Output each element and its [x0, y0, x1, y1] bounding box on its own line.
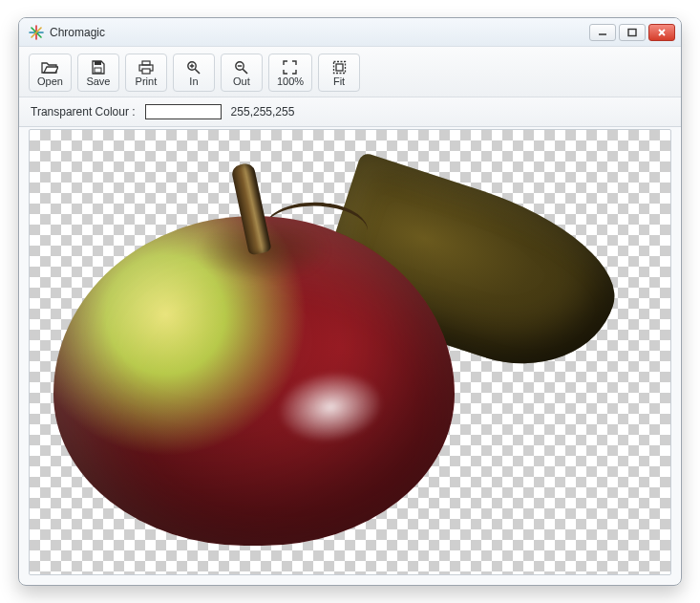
zoom-in-label: In [189, 76, 198, 87]
save-label: Save [86, 76, 110, 87]
svg-rect-12 [142, 69, 150, 74]
fit-label: Fit [333, 76, 345, 87]
zoom-in-icon [186, 59, 201, 75]
svg-rect-8 [95, 61, 101, 65]
fit-icon [332, 59, 347, 75]
svg-rect-21 [336, 64, 343, 71]
zoom-out-label: Out [233, 76, 250, 87]
print-label: Print [136, 76, 158, 87]
toolbar: Open Save Print In [19, 47, 681, 97]
save-icon [91, 59, 105, 75]
save-button[interactable]: Save [77, 54, 119, 92]
open-icon [41, 59, 58, 75]
zoom-out-icon [234, 59, 248, 75]
zoom-100-label: 100% [277, 76, 304, 87]
canvas-image [53, 163, 464, 546]
transparent-color-swatch[interactable] [145, 104, 222, 119]
close-icon [657, 28, 667, 37]
close-button[interactable] [648, 24, 675, 41]
svg-line-14 [196, 69, 201, 74]
svg-line-18 [244, 69, 248, 74]
open-button[interactable]: Open [29, 54, 72, 92]
minimize-button[interactable] [589, 24, 616, 41]
svg-rect-9 [95, 68, 101, 73]
window-controls [589, 24, 675, 41]
zoom-100-button[interactable]: 100% [268, 54, 312, 92]
minimize-icon [598, 28, 607, 37]
zoom-in-button[interactable]: In [173, 54, 215, 92]
print-button[interactable]: Print [125, 54, 167, 92]
transparent-color-value: 255,255,255 [231, 105, 295, 118]
zoom-out-button[interactable]: Out [221, 54, 263, 92]
svg-rect-5 [628, 29, 636, 35]
app-icon [29, 25, 44, 40]
svg-rect-20 [333, 61, 345, 73]
options-bar: Transparent Colour : 255,255,255 [19, 97, 681, 127]
print-icon [138, 59, 154, 75]
window-title: Chromagic [50, 26, 105, 39]
maximize-button[interactable] [619, 24, 646, 41]
titlebar: Chromagic [19, 18, 681, 47]
app-window: Chromagic Open [18, 17, 682, 586]
expand-icon [283, 59, 297, 75]
transparent-color-label: Transparent Colour : [31, 105, 136, 118]
canvas[interactable] [29, 129, 671, 575]
maximize-icon [627, 28, 637, 37]
fit-button[interactable]: Fit [318, 54, 360, 92]
open-label: Open [37, 76, 63, 87]
